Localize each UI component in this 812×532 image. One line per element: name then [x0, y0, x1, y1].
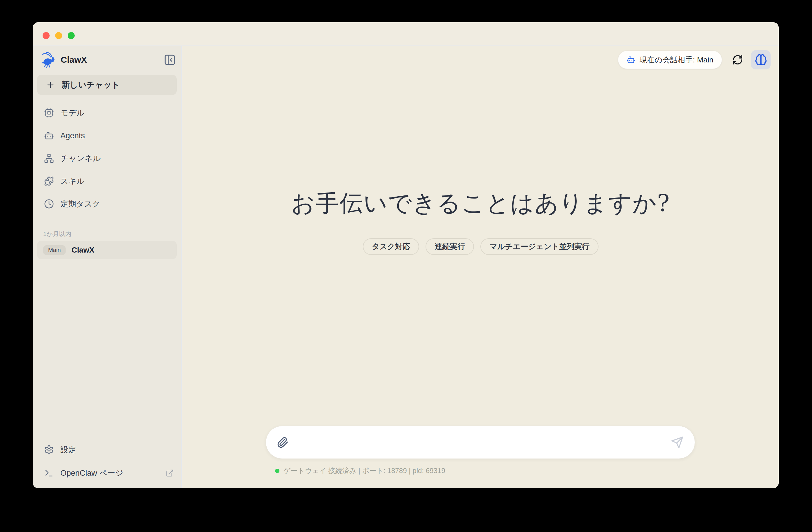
history-section-label: 1か月以内	[43, 230, 71, 238]
brain-icon	[755, 54, 767, 66]
status-text: ゲートウェイ 接続済み | ポート: 18789 | pid: 69319	[284, 466, 445, 475]
chip-task-support[interactable]: タスク対応	[363, 238, 419, 255]
send-button[interactable]	[671, 436, 684, 449]
clock-icon	[44, 199, 54, 209]
traffic-lights	[43, 32, 75, 39]
chat-header: 現在の会話相手: Main	[618, 50, 771, 69]
network-icon	[44, 154, 54, 163]
brain-button[interactable]	[751, 50, 771, 69]
close-button[interactable]	[43, 32, 49, 39]
sidebar-item-models[interactable]: モデル	[33, 101, 182, 124]
sidebar-footer: 設定 OpenClaw ページ	[33, 438, 182, 485]
greeting-heading: お手伝いできることはありますか?	[183, 188, 779, 219]
sidebar-item-agents[interactable]: Agents	[33, 124, 182, 147]
terminal-icon	[44, 468, 54, 478]
chip-multi-agent-parallel[interactable]: マルチエージェント並列実行	[480, 238, 598, 255]
chat-main-area: 現在の会話相手: Main お手伝いできることはありますか?	[183, 46, 779, 488]
app-title: ClawX	[61, 55, 87, 65]
chip-sequential-run[interactable]: 連続実行	[425, 238, 474, 255]
bot-icon	[44, 131, 54, 141]
sidebar-item-settings[interactable]: 設定	[33, 438, 182, 461]
attach-button[interactable]	[277, 437, 289, 448]
cpu-icon	[44, 108, 54, 118]
sidebar-collapse-button[interactable]	[163, 53, 177, 67]
sidebar-item-channels[interactable]: チャンネル	[33, 147, 182, 170]
message-composer	[266, 426, 695, 459]
sidebar-nav: モデル Agents チャンネル	[33, 101, 182, 215]
sidebar-item-label: OpenClaw ページ	[60, 468, 124, 478]
robot-icon	[626, 55, 635, 64]
sidebar: ClawX 新しいチャット モデル	[33, 46, 182, 488]
conversation-agent-label: 現在の会話相手: Main	[640, 55, 713, 65]
gear-icon	[44, 445, 54, 455]
history-badge: Main	[43, 245, 66, 255]
window-titlebar	[33, 22, 779, 45]
desktop-background: ClawX 新しいチャット モデル	[0, 0, 812, 532]
gateway-status: ゲートウェイ 接続済み | ポート: 18789 | pid: 69319	[275, 465, 445, 477]
zoom-button[interactable]	[68, 32, 75, 39]
history-title: ClawX	[71, 246, 94, 255]
conversation-agent-button[interactable]: 現在の会話相手: Main	[618, 51, 722, 69]
new-chat-button[interactable]: 新しいチャット	[37, 75, 177, 95]
suggestion-chips: タスク対応 連続実行 マルチエージェント並列実行	[183, 238, 779, 255]
sidebar-header: ClawX	[40, 51, 177, 69]
minimize-button[interactable]	[55, 32, 62, 39]
paperclip-icon	[277, 437, 289, 448]
refresh-icon	[732, 54, 743, 65]
refresh-button[interactable]	[730, 53, 745, 67]
panel-collapse-icon	[164, 54, 176, 66]
plus-icon	[46, 80, 55, 89]
sidebar-item-scheduled-tasks[interactable]: 定期タスク	[33, 192, 182, 215]
app-window: ClawX 新しいチャット モデル	[33, 22, 779, 488]
sidebar-item-label: モデル	[60, 107, 85, 118]
sidebar-item-label: Agents	[60, 131, 85, 140]
sidebar-item-label: チャンネル	[60, 153, 101, 163]
send-icon	[671, 436, 684, 449]
sidebar-item-label: スキル	[60, 176, 85, 186]
external-link-icon	[166, 469, 174, 477]
sidebar-item-label: 定期タスク	[60, 199, 100, 209]
sidebar-history-item[interactable]: Main ClawX	[37, 241, 177, 259]
message-input[interactable]	[296, 432, 664, 453]
sidebar-item-skills[interactable]: スキル	[33, 170, 182, 192]
sidebar-item-label: 設定	[60, 445, 76, 455]
status-dot	[275, 469, 279, 473]
sidebar-item-openclaw-page[interactable]: OpenClaw ページ	[33, 461, 182, 485]
new-chat-label: 新しいチャット	[61, 79, 120, 90]
puzzle-icon	[44, 176, 54, 186]
clawx-logo-icon	[40, 51, 57, 69]
